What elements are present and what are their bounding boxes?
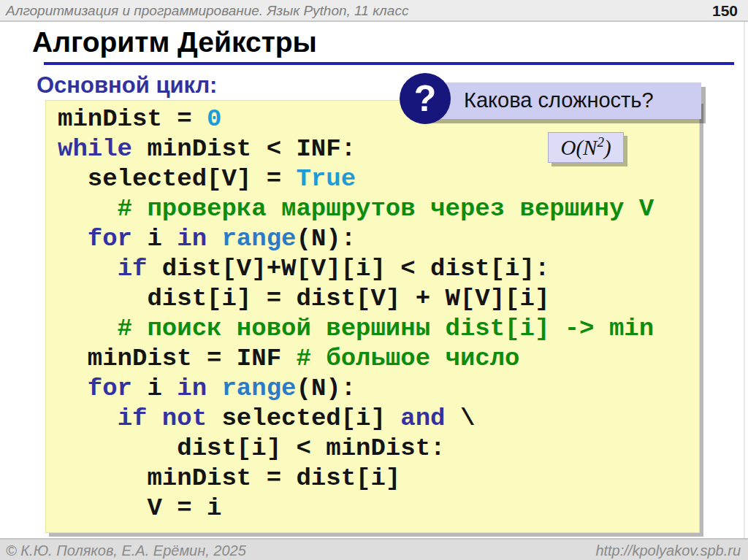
complexity-box: O(N2) bbox=[548, 132, 624, 163]
question-mark-icon: ? bbox=[400, 73, 451, 124]
code-line: for i in range(N): bbox=[58, 224, 654, 254]
title-underline-rule bbox=[44, 62, 734, 65]
presentation-slide: Алгоритмизация и программирование. Язык … bbox=[0, 0, 748, 560]
complexity-formula: O(N2) bbox=[560, 136, 611, 160]
code-line: if not selected[i] and \ bbox=[58, 404, 654, 434]
code-line: # проверка маршрутов через вершину V bbox=[58, 194, 654, 224]
question-callout: Какова сложность? bbox=[425, 83, 701, 119]
complexity-suffix: ) bbox=[604, 136, 611, 159]
code-panel: minDist = 0while minDist < INF: selected… bbox=[45, 100, 700, 533]
code-line: for i in range(N): bbox=[58, 374, 654, 404]
copyright-text: © К.Ю. Поляков, Е.А. Ерёмин, 2025 bbox=[6, 542, 246, 559]
section-subtitle: Основной цикл: bbox=[37, 72, 217, 99]
question-badge: ? bbox=[400, 73, 451, 124]
code-line: dist[i] < minDist: bbox=[58, 434, 654, 464]
code-line: minDist = dist[i] bbox=[58, 464, 654, 494]
slide-number: 150 bbox=[712, 2, 738, 20]
code-line: dist[i] = dist[V] + W[V][i] bbox=[58, 284, 654, 314]
right-edge-divider bbox=[744, 22, 745, 538]
code-line: if dist[V]+W[V][i] < dist[i]: bbox=[58, 254, 654, 284]
code-line: selected[V] = True bbox=[58, 164, 654, 194]
complexity-exponent: 2 bbox=[597, 134, 604, 150]
question-label: Какова сложность? bbox=[464, 88, 654, 112]
page-title: Алгоритм Дейкстры bbox=[32, 26, 317, 58]
code-line: # поиск новой вершины dist[i] -> min bbox=[58, 314, 654, 344]
complexity-prefix: O(N bbox=[560, 136, 597, 159]
slide-footer-bar: © К.Ю. Поляков, Е.А. Ерёмин, 2025 http:/… bbox=[0, 538, 748, 560]
slide-header-bar: Алгоритмизация и программирование. Язык … bbox=[0, 0, 748, 22]
code-line: minDist = INF # большое число bbox=[58, 344, 654, 374]
code-line: V = i bbox=[58, 494, 654, 523]
course-title: Алгоритмизация и программирование. Язык … bbox=[6, 3, 408, 19]
website-link[interactable]: http://kpolyakov.spb.ru bbox=[595, 542, 741, 559]
code-block: minDist = 0while minDist < INF: selected… bbox=[58, 104, 654, 523]
